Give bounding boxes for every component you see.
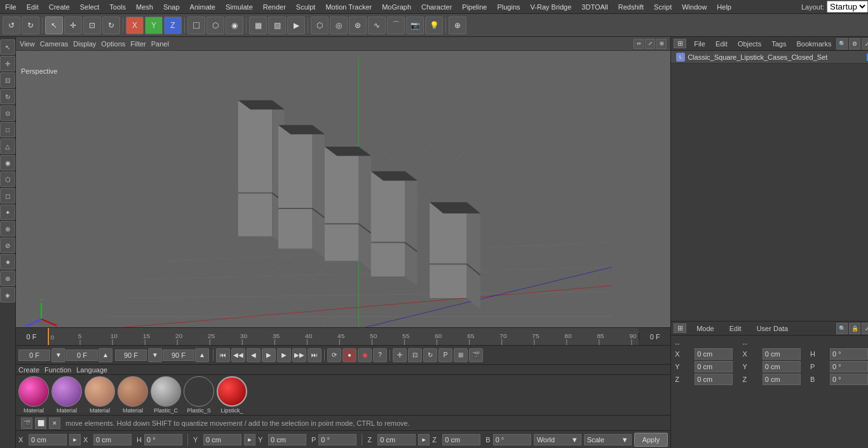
auto-key-button[interactable]: ◉ [358,348,372,362]
prev-frame-button[interactable]: ◀◀ [231,348,245,362]
end-frame-input[interactable] [115,350,147,361]
status-icon-camera[interactable]: 🎬 [21,417,32,429]
light-button[interactable]: 💡 [425,17,443,34]
menu-animate[interactable]: Animate [185,2,220,12]
attr-expand-icon[interactable]: ⤢ [862,323,868,334]
move-tool-button[interactable]: ✛ [64,17,82,34]
world-dropdown[interactable]: World ▼ [534,434,581,445]
vp-icon-zoom[interactable]: ⤢ [645,39,655,49]
timeline-ruler[interactable]: 0 5 10 15 20 25 30 35 40 [48,328,639,345]
start-frame-input[interactable] [18,350,50,361]
attr-tab-edit[interactable]: Edit [724,323,747,334]
right-settings-icon[interactable]: ⚙ [849,38,860,50]
y-axis-button[interactable]: Y [145,17,163,34]
z2-pos-input[interactable] [763,374,801,385]
scale-dropdown[interactable]: Scale ▼ [584,434,632,445]
loop-button[interactable]: ⟳ [327,348,341,362]
status-icon-window[interactable]: ⬜ [35,417,46,429]
move-transport-button[interactable]: ✛ [393,348,407,362]
vp-icon-panel[interactable]: ⊞ [656,39,667,49]
left-tool-8[interactable]: ◉ [0,155,15,170]
left-tool-7[interactable]: △ [0,139,15,154]
h-attr-input[interactable] [830,348,868,360]
tab-bookmarks[interactable]: Bookmarks [791,39,836,49]
frame-input[interactable] [66,350,98,361]
menu-simulate[interactable]: Simulate [220,2,258,12]
menu-pipeline[interactable]: Pipeline [457,2,492,12]
x-axis-button[interactable]: X [126,17,144,34]
menu-3dtoall[interactable]: 3DTOAll [576,2,613,12]
left-tool-6[interactable]: □ [0,122,15,137]
left-tool-1[interactable]: ↖ [0,39,15,55]
material-item-1[interactable]: Material [18,376,49,414]
camera-button[interactable]: 📷 [406,17,424,34]
b-coord-input[interactable] [493,434,531,445]
x2-coord-input[interactable] [93,434,132,445]
undo-button[interactable]: ↺ [3,17,20,34]
vp-menu-display[interactable]: Display [73,40,96,48]
menu-motion-tracker[interactable]: Motion Tracker [320,2,377,12]
attr-tab-userdata[interactable]: User Data [752,323,794,334]
left-tool-5[interactable]: ⊙ [0,105,15,121]
frame-start-spinner-up[interactable]: ▲ [98,348,112,362]
end-frame-spinner-down[interactable]: ▼ [148,348,162,362]
menu-script[interactable]: Script [649,2,677,12]
material-item-5[interactable]: Plastic_C [151,376,181,414]
y2-pos-input[interactable] [763,361,801,372]
menu-tools[interactable]: Tools [104,2,131,12]
status-icon-close[interactable]: ✕ [49,417,60,429]
render-region-button[interactable]: ▨ [268,17,286,34]
attr-search-icon[interactable]: 🔍 [836,323,848,334]
film-button[interactable]: 🎬 [469,348,483,362]
material-item-7[interactable]: Lipstick_ [217,376,247,414]
x-coord-arrow[interactable]: ► [69,434,81,445]
z-coord-input[interactable] [377,434,416,445]
menu-mograph[interactable]: MoGraph [377,2,416,12]
x-coord-input[interactable] [29,434,67,445]
menu-redshift[interactable]: Redshift [613,2,649,12]
frame-render-button[interactable]: ▦ [249,17,267,34]
left-tool-2[interactable]: ✛ [0,56,15,71]
z2-coord-input[interactable] [442,434,480,445]
scale-transport-button[interactable]: ⊡ [408,348,422,362]
record-button[interactable]: ● [342,348,356,362]
spline-button[interactable]: ∿ [368,17,386,34]
step-back-button[interactable]: ◀ [247,348,261,362]
menu-file[interactable]: File [0,2,22,12]
goto-end-button[interactable]: ⏭ [308,348,322,362]
nurbs-button[interactable]: ◎ [330,17,348,34]
end-frame-input2[interactable] [163,350,194,361]
vp-menu-options[interactable]: Options [101,40,125,48]
materials-menu-language[interactable]: Language [76,366,107,374]
help-button[interactable]: ? [373,348,387,362]
point-mode-button[interactable]: ◉ [226,17,243,34]
left-tool-15[interactable]: ⊛ [0,271,15,286]
apply-button[interactable]: Apply [634,433,668,447]
grid-transport-button[interactable]: ⊞ [454,348,468,362]
play-button[interactable]: ▶ [262,348,276,362]
rotate-transport-button[interactable]: ↻ [423,348,437,362]
materials-menu-function[interactable]: Function [44,366,71,374]
render-button[interactable]: ▶ [287,17,305,34]
menu-sculpt[interactable]: Sculpt [291,2,321,12]
left-tool-13[interactable]: ⊘ [0,238,15,253]
pin-button[interactable]: P [438,348,452,362]
menu-vray[interactable]: V-Ray Bridge [526,2,577,12]
menu-mesh[interactable]: Mesh [131,2,158,12]
end-frame-spinner-up[interactable]: ▲ [195,348,209,362]
redo-button[interactable]: ↻ [22,17,39,34]
menu-create[interactable]: Create [44,2,75,12]
step-forward-button[interactable]: ▶ [277,348,291,362]
left-tool-10[interactable]: ◻ [0,188,15,203]
right-expand-icon[interactable]: ⤢ [862,38,868,50]
material-item-6[interactable]: Plastic_S [184,376,214,414]
menu-character[interactable]: Character [416,2,457,12]
materials-menu-create[interactable]: Create [18,366,39,374]
material-item-3[interactable]: Material [85,376,115,414]
b-attr-input[interactable] [830,374,868,385]
vp-menu-filter[interactable]: Filter [130,40,146,48]
h-coord-input[interactable] [144,434,182,445]
vp-menu-panel[interactable]: Panel [151,40,169,48]
left-tool-16[interactable]: ◈ [0,287,15,302]
material-item-4[interactable]: Material [118,376,148,414]
